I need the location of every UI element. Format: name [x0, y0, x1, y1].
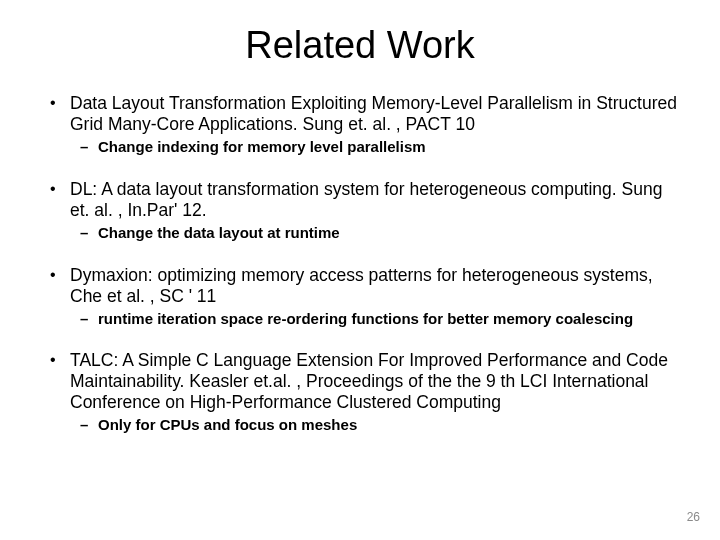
- list-item: DL: A data layout transformation system …: [40, 179, 680, 243]
- page-number: 26: [687, 510, 700, 524]
- item-sub-text: runtime iteration space re-ordering func…: [40, 310, 680, 329]
- bullet-list: Data Layout Transformation Exploiting Me…: [40, 93, 680, 435]
- list-item: TALC: A Simple C Language Extension For …: [40, 350, 680, 435]
- item-main-text: Data Layout Transformation Exploiting Me…: [40, 93, 680, 135]
- item-sub-text: Change indexing for memory level paralle…: [40, 138, 680, 157]
- list-item: Data Layout Transformation Exploiting Me…: [40, 93, 680, 157]
- slide-title: Related Work: [40, 24, 680, 67]
- item-main-text: Dymaxion: optimizing memory access patte…: [40, 265, 680, 307]
- item-main-text: DL: A data layout transformation system …: [40, 179, 680, 221]
- item-sub-text: Change the data layout at runtime: [40, 224, 680, 243]
- item-main-text: TALC: A Simple C Language Extension For …: [40, 350, 680, 413]
- item-sub-text: Only for CPUs and focus on meshes: [40, 416, 680, 435]
- list-item: Dymaxion: optimizing memory access patte…: [40, 265, 680, 329]
